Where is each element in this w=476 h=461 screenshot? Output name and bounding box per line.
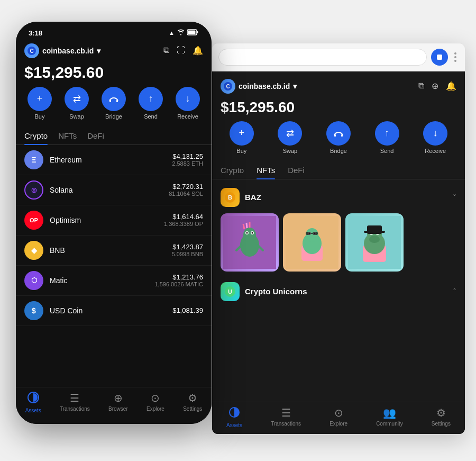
browser-menu[interactable] xyxy=(452,50,459,64)
app-actions: + Buy ⇄ Swap Bridge xyxy=(212,121,465,161)
ethereum-usd: $4,131.25 xyxy=(172,152,203,160)
list-item[interactable]: ◆ BNB $1,423.87 5.0998 BNB xyxy=(16,236,212,266)
address-bar[interactable] xyxy=(218,49,427,66)
solana-usd: $2,720.31 xyxy=(169,183,203,191)
app-nav-community[interactable]: 👥 Community xyxy=(376,406,403,428)
svg-rect-8 xyxy=(437,55,442,60)
explore-icon: ⊙ xyxy=(151,392,160,404)
app-nav-settings[interactable]: ⚙ Settings xyxy=(432,406,451,428)
receive-button[interactable]: ↓ Receive xyxy=(176,87,200,120)
tab-defi[interactable]: DeFi xyxy=(87,127,104,144)
app-account-name: coinbase.cb.id xyxy=(239,82,290,91)
app-balance: $15,295.60 xyxy=(212,97,465,121)
svg-rect-11 xyxy=(334,134,336,137)
svg-text:U: U xyxy=(228,288,232,295)
usdc-values: $1,081.39 xyxy=(172,306,203,314)
app-buy-button[interactable]: + Buy xyxy=(230,121,254,154)
app-bridge-label: Bridge xyxy=(330,148,347,154)
nav-browser[interactable]: ⊕ Browser xyxy=(108,392,128,413)
list-item[interactable]: Ξ Ethereum $4,131.25 2.5883 ETH xyxy=(16,145,212,175)
svg-point-20 xyxy=(246,232,248,233)
nft-card-baz-3[interactable] xyxy=(345,213,404,272)
optimism-name: Optimism xyxy=(50,216,164,224)
tab-crypto[interactable]: Crypto xyxy=(24,127,48,144)
nft-image-baz-3 xyxy=(345,213,404,272)
tab-nfts[interactable]: NFTs xyxy=(58,127,77,144)
list-item[interactable]: ⬡ Matic $1,213.76 1,596.0026 MATIC xyxy=(16,266,212,296)
app-send-icon: ↑ xyxy=(375,121,399,146)
app-send-label: Send xyxy=(380,148,394,154)
account-info[interactable]: C coinbase.cb.id ▾ xyxy=(24,43,100,58)
svg-text:B: B xyxy=(228,194,232,201)
phone-tabs: Crypto NFTs DeFi xyxy=(16,127,212,145)
copy-icon[interactable]: ⧉ xyxy=(163,46,169,56)
nft-image-baz-1 xyxy=(221,213,279,272)
app-receive-icon: ↓ xyxy=(423,121,447,146)
app-receive-button[interactable]: ↓ Receive xyxy=(423,121,447,154)
browser-icon: ⊕ xyxy=(114,392,123,404)
buy-button[interactable]: + Buy xyxy=(28,87,52,120)
bridge-button[interactable]: Bridge xyxy=(102,87,126,120)
nft-group-baz-left: B BAZ xyxy=(221,188,261,207)
app-tab-crypto[interactable]: Crypto xyxy=(221,161,244,179)
bnb-icon: ◆ xyxy=(24,241,43,260)
swap-label: Swap xyxy=(69,113,84,120)
app-nav-assets[interactable]: Assets xyxy=(226,406,242,428)
nav-transactions[interactable]: ☰ Transactions xyxy=(60,392,90,413)
nft-group-unicorns-header[interactable]: U Crypto Unicorns ˄ xyxy=(212,279,465,304)
swap-button[interactable]: ⇄ Swap xyxy=(65,87,89,120)
nft-group-baz-header[interactable]: B BAZ ˅ xyxy=(212,185,465,210)
baz-name: BAZ xyxy=(245,193,261,202)
svg-line-22 xyxy=(243,224,244,229)
app-globe-icon[interactable]: ⊕ xyxy=(432,81,438,91)
app-explore-label: Explore xyxy=(329,421,347,427)
app-bridge-button[interactable]: Bridge xyxy=(326,121,351,154)
bell-icon[interactable]: 🔔 xyxy=(193,46,203,56)
list-item[interactable]: ◎ Solana $2,720.31 81.1064 SOL xyxy=(16,175,212,205)
send-button[interactable]: ↑ Send xyxy=(139,87,163,120)
swap-icon: ⇄ xyxy=(65,87,89,111)
settings-label: Settings xyxy=(183,406,202,412)
app-swap-button[interactable]: ⇄ Swap xyxy=(278,121,302,154)
signal-icon: ▲ xyxy=(169,30,175,36)
app-tab-defi[interactable]: DeFi xyxy=(288,161,305,179)
phone-header: C coinbase.cb.id ▾ ⧉ ⛶ 🔔 xyxy=(16,40,212,60)
list-item[interactable]: $ USD Coin $1,081.39 xyxy=(16,296,212,326)
expand-icon[interactable]: ⛶ xyxy=(177,46,185,56)
app-community-icon: 👥 xyxy=(383,406,396,419)
nav-settings[interactable]: ⚙ Settings xyxy=(183,392,202,413)
phone-balance: $15,295.60 xyxy=(16,60,212,87)
matic-usd: $1,213.76 xyxy=(154,273,203,281)
app-send-button[interactable]: ↑ Send xyxy=(375,121,399,154)
svg-text:C: C xyxy=(30,48,33,54)
send-label: Send xyxy=(144,113,158,120)
matic-values: $1,213.76 1,596.0026 MATIC xyxy=(154,273,203,287)
app-buy-icon: + xyxy=(230,121,254,146)
app-nav-transactions[interactable]: ☰ Transactions xyxy=(271,406,301,428)
app-nav-explore[interactable]: ⊙ Explore xyxy=(329,406,347,428)
solana-values: $2,720.31 81.1064 SOL xyxy=(169,183,203,197)
app-bridge-icon xyxy=(326,121,351,146)
stop-button[interactable] xyxy=(431,49,448,66)
app-assets-icon xyxy=(228,406,240,421)
nav-explore[interactable]: ⊙ Explore xyxy=(147,392,164,413)
browser-label: Browser xyxy=(108,406,128,412)
app-chevron-icon: ▾ xyxy=(293,82,297,91)
app-bell-icon[interactable]: 🔔 xyxy=(446,81,456,91)
ethereum-values: $4,131.25 2.5883 ETH xyxy=(172,152,203,167)
app-copy-icon[interactable]: ⧉ xyxy=(418,81,424,91)
status-bar: 3:18 ▲ xyxy=(16,22,212,40)
nft-group-unicorns-left: U Crypto Unicorns xyxy=(221,282,307,301)
nft-card-baz-2[interactable] xyxy=(283,213,341,272)
list-item[interactable]: OP Optimism $1,614.64 1,368.3389 OP xyxy=(16,205,212,236)
app-tab-nfts[interactable]: NFTs xyxy=(257,161,275,179)
solana-name: Solana xyxy=(50,186,169,194)
nft-card-baz-1[interactable] xyxy=(221,213,279,272)
nav-assets[interactable]: Assets xyxy=(25,392,41,413)
svg-line-23 xyxy=(246,223,247,228)
svg-rect-35 xyxy=(306,232,311,235)
svg-point-17 xyxy=(243,228,256,242)
svg-rect-1 xyxy=(188,31,196,34)
app-account-info[interactable]: C coinbase.cb.id ▾ xyxy=(221,79,297,94)
phone-left: 3:18 ▲ xyxy=(16,22,212,424)
